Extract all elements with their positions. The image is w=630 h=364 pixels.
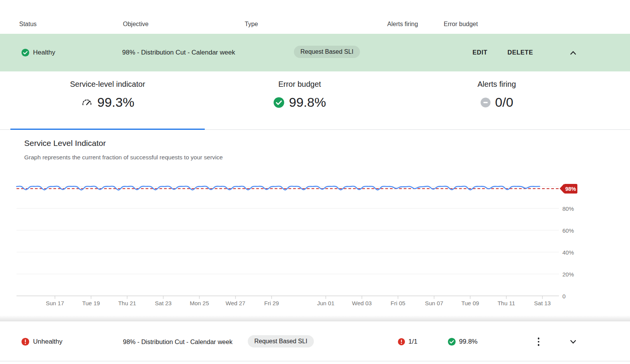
x-tick-label: Tue 19 (82, 300, 100, 306)
objective-text: 98% - Distribution Cut - Calendar week (123, 321, 238, 362)
column-header-type: Type (245, 21, 258, 28)
metric-label: Alerts firing (435, 80, 558, 89)
y-tick-label: 80% (562, 205, 579, 212)
x-tick-label: Mon 25 (190, 300, 209, 306)
x-tick-label: Wed 03 (352, 300, 371, 306)
x-tick-label: Fri 29 (264, 300, 279, 306)
status-cell: Unhealthy (21, 321, 63, 362)
expand-row-button[interactable] (568, 336, 579, 347)
healthy-check-icon (21, 48, 30, 57)
objective-text: 98% - Distribution Cut - Calendar week (104, 34, 254, 71)
chevron-down-icon (568, 336, 579, 347)
error-circle-icon (398, 338, 405, 346)
gauge-icon (81, 96, 93, 109)
column-header-objective: Objective (123, 21, 149, 28)
x-tick-label: Sun 07 (425, 300, 443, 306)
card-shadow-divider (0, 315, 630, 321)
slo-row-healthy[interactable]: Healthy 98% - Distribution Cut - Calenda… (0, 34, 630, 71)
threshold-98-marker: 98% (564, 184, 577, 194)
x-tick-label: Sun 17 (46, 300, 64, 306)
metric-service-level-indicator: Service-level indicator 99.3% (46, 80, 169, 110)
y-tick-label: 0 (562, 293, 579, 299)
x-tick-label: Sat 23 (155, 300, 171, 306)
slo-detail-panel: Service-level indicator 99.3% Error budg… (0, 71, 630, 129)
y-tick-label: 40% (562, 249, 579, 256)
status-label: Unhealthy (33, 338, 63, 346)
y-tick-label: 20% (562, 271, 579, 278)
error-budget-cell: 99.8% (448, 321, 477, 362)
collapse-row-button[interactable] (568, 48, 579, 58)
x-tick-label: Sat 13 (534, 300, 550, 306)
edit-button[interactable]: EDIT (472, 34, 487, 71)
status-label: Healthy (33, 49, 55, 56)
sli-value: 99.3% (97, 95, 134, 110)
alerts-firing-value: 1/1 (408, 338, 418, 346)
metric-label: Service-level indicator (46, 80, 169, 89)
active-tab-indicator (10, 129, 205, 130)
x-tick-label: Fri 05 (391, 300, 405, 306)
x-tick-label: Thu 11 (497, 300, 515, 306)
sli-type-chip: Request Based SLI (294, 46, 360, 58)
x-tick-label: Thu 21 (118, 300, 136, 306)
chevron-up-icon (568, 48, 579, 58)
slo-row-unhealthy[interactable]: Unhealthy 98% - Distribution Cut - Calen… (0, 321, 630, 361)
x-tick-label: Wed 27 (225, 300, 245, 306)
check-circle-icon (273, 97, 285, 108)
column-header-alerts-firing: Alerts firing (387, 21, 418, 28)
status-cell: Healthy (21, 34, 55, 71)
neutral-minus-icon (480, 97, 491, 108)
slo-panel: Status Objective Type Alerts firing Erro… (0, 0, 630, 364)
error-budget-value: 99.8% (289, 95, 326, 110)
sli-type-chip: Request Based SLI (248, 335, 314, 347)
column-header-status: Status (19, 21, 36, 28)
delete-button[interactable]: DELETE (507, 34, 533, 71)
error-circle-icon (21, 338, 30, 346)
alerts-firing-value: 0/0 (495, 95, 513, 110)
alerts-firing-cell: 1/1 (398, 321, 418, 362)
error-budget-value: 99.8% (459, 338, 477, 346)
metric-label: Error budget (238, 80, 361, 89)
y-tick-label: 60% (562, 227, 579, 234)
x-tick-label: Jun 01 (317, 300, 334, 306)
more-options-button[interactable] (535, 334, 542, 349)
x-tick-label: Tue 09 (461, 300, 479, 306)
metric-alerts-firing: Alerts firing 0/0 (435, 80, 558, 110)
check-circle-icon (448, 338, 456, 346)
column-header-error-budget: Error budget (444, 21, 478, 28)
metric-error-budget: Error budget 99.8% (238, 80, 361, 110)
sli-line-chart (0, 130, 630, 315)
sli-chart-card: Service Level Indicator Graph represents… (0, 130, 630, 315)
